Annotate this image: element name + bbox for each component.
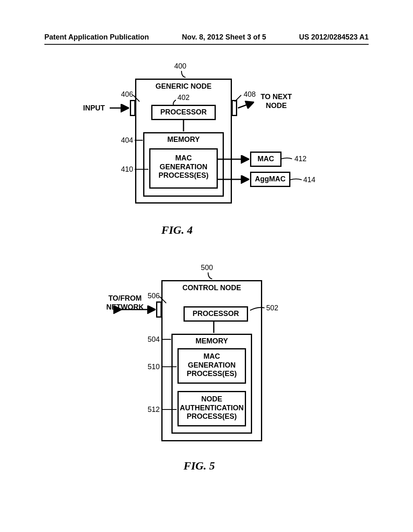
fig4-input-port bbox=[130, 100, 136, 116]
fig4-ref-412: 412 bbox=[294, 155, 307, 163]
fig4-ref-410: 410 bbox=[121, 165, 133, 174]
fig4-caption: FIG. 4 bbox=[161, 224, 193, 237]
fig5-title: CONTROL NODE bbox=[161, 284, 262, 293]
fig4-tonext-label: TO NEXT NODE bbox=[254, 93, 298, 110]
figure-canvas: GENERIC NODE PROCESSOR MEMORY MAC GENERA… bbox=[0, 56, 413, 532]
fig4-ref-406: 406 bbox=[121, 90, 133, 99]
fig4-ref-408: 408 bbox=[244, 90, 256, 99]
fig4-output-port bbox=[232, 100, 237, 116]
fig5-ref-510: 510 bbox=[148, 363, 160, 371]
fig4-ref-400: 400 bbox=[174, 62, 186, 71]
fig5-tofrom-label: TO/FROM NETWORK bbox=[101, 294, 149, 312]
fig5-ref-504: 504 bbox=[148, 335, 160, 344]
header-left: Patent Application Publication bbox=[44, 33, 149, 42]
fig4-ref-404: 404 bbox=[121, 136, 133, 145]
fig5-processor: PROCESSOR bbox=[184, 310, 248, 318]
fig5-ref-512: 512 bbox=[148, 405, 160, 414]
fig5-ref-506: 506 bbox=[148, 292, 160, 300]
fig5-nodeauth: NODE AUTHENTICATION PROCESS(ES) bbox=[177, 395, 246, 421]
fig5-port bbox=[156, 301, 162, 318]
fig4-memory: MEMORY bbox=[143, 135, 224, 144]
fig5-ref-502: 502 bbox=[266, 304, 278, 312]
fig4-aggmac: AggMAC bbox=[250, 175, 290, 184]
page-header: Patent Application Publication Nov. 8, 2… bbox=[44, 33, 369, 45]
fig4-title: GENERIC NODE bbox=[135, 82, 232, 91]
fig5-caption: FIG. 5 bbox=[184, 459, 215, 472]
fig4-input-label: INPUT bbox=[80, 104, 108, 113]
svg-line-1 bbox=[238, 102, 253, 108]
fig5-macgen: MAC GENERATION PROCESS(ES) bbox=[177, 352, 246, 378]
header-right: US 2012/0284523 A1 bbox=[299, 33, 369, 42]
header-mid: Nov. 8, 2012 Sheet 3 of 5 bbox=[182, 33, 266, 42]
fig5-memory: MEMORY bbox=[171, 337, 252, 346]
fig4-mac: MAC bbox=[250, 155, 282, 164]
fig4-ref-402: 402 bbox=[177, 94, 190, 102]
fig4-processor: PROCESSOR bbox=[151, 108, 216, 117]
fig4-ref-414: 414 bbox=[303, 176, 315, 184]
fig5-ref-500: 500 bbox=[201, 264, 213, 272]
fig4-macgen: MAC GENERATION PROCESS(ES) bbox=[149, 154, 218, 180]
